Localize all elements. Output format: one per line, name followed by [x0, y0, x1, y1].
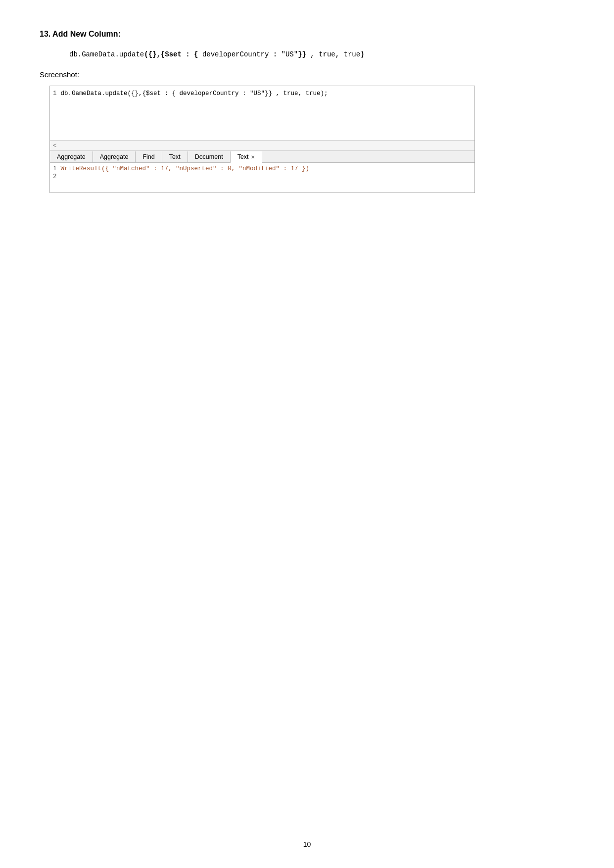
tab-find[interactable]: Find: [136, 151, 162, 162]
tab-document-label: Document: [195, 153, 223, 160]
code-colon: :: [182, 50, 194, 58]
code-prefix: db.GameData.update: [69, 50, 144, 58]
screenshot-label: Screenshot:: [40, 70, 574, 79]
tab-text-active-label: Text: [237, 153, 249, 160]
section-heading: 13. Add New Column:: [40, 30, 574, 39]
tab-text-1-label: Text: [169, 153, 181, 160]
code-dollar-set: $set: [165, 50, 182, 58]
code-editor: 1 db.GameData.update({},{$set : { develo…: [50, 86, 474, 141]
code-field-value: { developerCountry : "US"}} , true, true…: [194, 50, 365, 58]
result-line-number-2: 2: [50, 173, 61, 180]
page-number: 10: [0, 840, 614, 848]
tab-text-1[interactable]: Text: [162, 151, 188, 162]
result-line-1-content: WriteResult({ "nMatched" : 17, "nUpserte…: [61, 165, 310, 172]
result-row-2: 2: [50, 173, 474, 181]
code-bold-open: ({},{: [144, 50, 165, 58]
tab-aggregate-2[interactable]: Aggregate: [93, 151, 136, 162]
editor-line-1-content: db.GameData.update({},{$set : { develope…: [61, 90, 328, 97]
tab-find-label: Find: [142, 153, 154, 160]
result-row-1: 1 WriteResult({ "nMatched" : 17, "nUpser…: [50, 165, 474, 173]
results-area: 1 WriteResult({ "nMatched" : 17, "nUpser…: [50, 163, 474, 193]
inline-code-block: db.GameData.update({},{$set : { develope…: [69, 50, 574, 58]
tab-close-icon[interactable]: ✕: [251, 154, 255, 160]
result-line-number-1: 1: [50, 165, 61, 172]
tabs-bar[interactable]: Aggregate Aggregate Find Text Document T…: [50, 151, 474, 163]
tab-aggregate-2-label: Aggregate: [100, 153, 129, 160]
tab-document[interactable]: Document: [188, 151, 231, 162]
tab-aggregate-1[interactable]: Aggregate: [50, 151, 93, 162]
editor-line-1: 1 db.GameData.update({},{$set : { develo…: [50, 89, 474, 98]
line-number-1: 1: [50, 90, 61, 97]
tab-text-active[interactable]: Text ✕: [231, 151, 262, 163]
scroll-row: <: [50, 141, 474, 151]
screenshot-container: 1 db.GameData.update({},{$set : { develo…: [49, 86, 475, 193]
tab-aggregate-1-label: Aggregate: [57, 153, 86, 160]
